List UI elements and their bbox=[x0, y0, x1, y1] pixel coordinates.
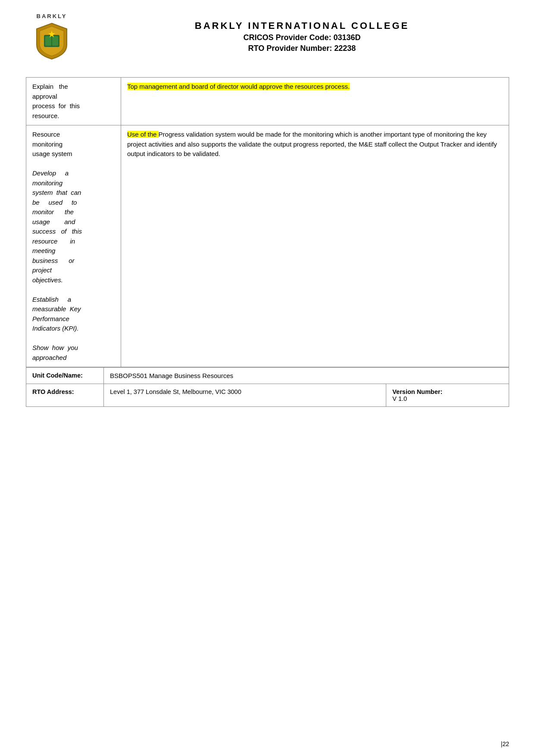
main-table: Explain the approval process for this re… bbox=[26, 77, 509, 367]
rto-address-cell: Level 1, 377 Lonsdale St, Melbourne, VIC… bbox=[104, 384, 386, 407]
approval-left-cell: Explain the approval process for this re… bbox=[26, 78, 121, 125]
unit-label-cell: Unit Code/Name: bbox=[26, 368, 104, 384]
footer-rto-row: RTO Address: Level 1, 377 Lonsdale St, M… bbox=[26, 384, 509, 407]
header: BARKLY BARKLY INTERNATIONAL COLLEGE CRIC… bbox=[26, 13, 509, 60]
monitoring-label-normal: Resourcemonitoringusage system bbox=[32, 131, 72, 157]
monitoring-right-cell: Use of the Progress validation system wo… bbox=[121, 125, 509, 367]
approval-right-cell: Top management and board of director wou… bbox=[121, 78, 509, 125]
approval-answer-highlighted: Top management and board of director wou… bbox=[127, 83, 350, 90]
header-title: BARKLY INTERNATIONAL COLLEGE CRICOS Prov… bbox=[95, 20, 509, 53]
monitoring-use-of-the: Use of the bbox=[127, 131, 159, 138]
monitoring-label-italic1: Develop a monitoring system that can be … bbox=[32, 169, 82, 284]
row-approval: Explain the approval process for this re… bbox=[26, 78, 509, 125]
footer-unit-row: Unit Code/Name: BSBOPS501 Manage Busines… bbox=[26, 368, 509, 384]
monitoring-left-cell: Resourcemonitoringusage system Develop a… bbox=[26, 125, 121, 367]
title-line1: BARKLY INTERNATIONAL COLLEGE bbox=[95, 20, 509, 31]
monitoring-label-italic2: Establish a measurable Key Performance I… bbox=[32, 296, 81, 332]
version-value: V 1.0 bbox=[392, 395, 407, 402]
version-label: Version Number: bbox=[392, 388, 442, 395]
approval-label: Explain the approval process for this re… bbox=[32, 83, 80, 119]
version-cell: Version Number: V 1.0 bbox=[386, 384, 509, 407]
page: BARKLY BARKLY INTERNATIONAL COLLEGE CRIC… bbox=[0, 0, 535, 756]
unit-value-cell: BSBOPS501 Manage Business Resources bbox=[104, 368, 509, 384]
title-line2: CRICOS Provider Code: 03136D bbox=[95, 33, 509, 42]
page-number: |22 bbox=[501, 740, 509, 747]
svg-rect-2 bbox=[52, 36, 58, 46]
monitoring-answer-text: Progress validation system would be made… bbox=[127, 131, 497, 157]
svg-rect-1 bbox=[45, 36, 51, 46]
rto-label-cell: RTO Address: bbox=[26, 384, 104, 407]
footer-table: Unit Code/Name: BSBOPS501 Manage Busines… bbox=[26, 367, 509, 407]
row-monitoring: Resourcemonitoringusage system Develop a… bbox=[26, 125, 509, 367]
title-line3: RTO Provider Number: 22238 bbox=[95, 44, 509, 53]
logo-area: BARKLY bbox=[26, 13, 78, 60]
barkly-text: BARKLY bbox=[37, 13, 67, 19]
monitoring-label-italic3: Show how you approached bbox=[32, 344, 78, 361]
logo-shield bbox=[34, 21, 69, 60]
